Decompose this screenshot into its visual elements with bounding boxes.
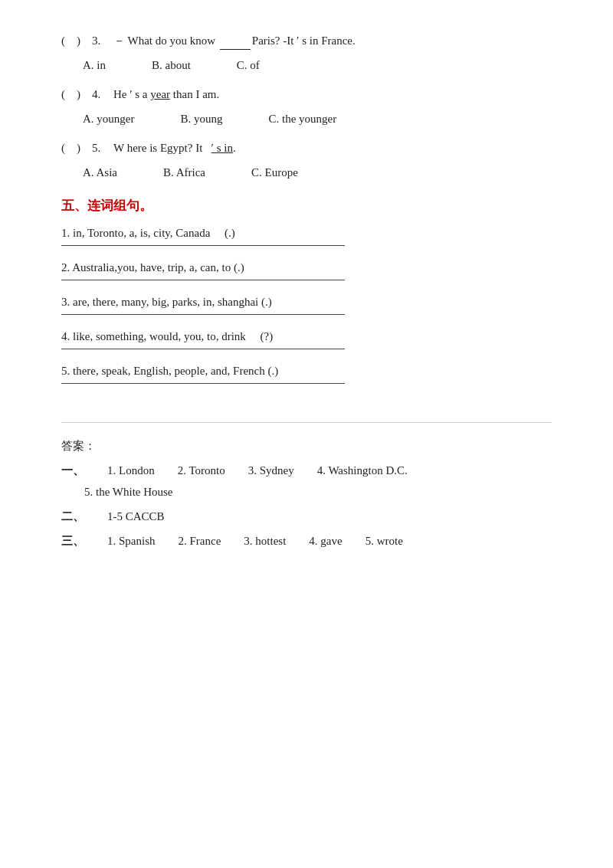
question-5: ( ) 5. W here is Egypt? It ′ s in. bbox=[61, 139, 552, 157]
q3-text: － What do you know Paris? -It ′ s in Fra… bbox=[113, 31, 552, 50]
answer-3-item3: 3. hottest bbox=[244, 532, 286, 550]
paren-close-4: ) bbox=[77, 85, 89, 103]
q3-option-a: A. in bbox=[83, 56, 106, 74]
paren-close-3: ) bbox=[77, 31, 89, 50]
q4-text: He ′ s a year than I am. bbox=[113, 85, 552, 103]
q4-options: A. younger B. young C. the younger bbox=[61, 110, 552, 128]
q4-year: year bbox=[150, 88, 170, 100]
reorder-num-3: 3. are, there, many, big, parks, in, sha… bbox=[61, 296, 272, 308]
answer-1-item1: 1. London bbox=[107, 461, 155, 480]
reorder-text-3: 3. are, there, many, big, parks, in, sha… bbox=[61, 293, 552, 311]
answer-1-item2: 2. Toronto bbox=[178, 461, 225, 480]
answer-section3: 三、 1. Spanish 2. France 3. hottest 4. ga… bbox=[61, 532, 552, 550]
answer-row-3: 三、 1. Spanish 2. France 3. hottest 4. ga… bbox=[61, 532, 552, 550]
answer-1-extra: 5. the White House bbox=[61, 483, 552, 501]
answer-3-item5: 5. wrote bbox=[366, 532, 403, 550]
q4-option-c: C. the younger bbox=[269, 110, 337, 128]
q5-blank: ′ s in bbox=[211, 142, 233, 154]
answer-2-text: 1-5 CACCB bbox=[107, 507, 165, 526]
q5-options: A. Asia B. Africa C. Europe bbox=[61, 163, 552, 182]
reorder-item-2: 2. Australia,you, have, trip, a, can, to… bbox=[61, 258, 552, 280]
reorder-item-5: 5. there, speak, English, people, and, F… bbox=[61, 362, 552, 384]
answer-3-item2: 2. France bbox=[179, 532, 221, 550]
answer-row-1: 一、 1. London 2. Toronto 3. Sydney 4. Was… bbox=[61, 461, 552, 480]
q3-options: A. in B. about C. of bbox=[61, 56, 552, 74]
reorder-num-5: 5. there, speak, English, people, and, F… bbox=[61, 365, 278, 377]
q5-num: 5. bbox=[92, 139, 110, 157]
q3-option-b: B. about bbox=[152, 56, 191, 74]
q5-option-a: A. Asia bbox=[83, 163, 117, 182]
reorder-item-1: 1. in, Toronto, a, is, city, Canada (.) bbox=[61, 224, 552, 246]
q5-option-c: C. Europe bbox=[251, 163, 298, 182]
paren-open-4: ( bbox=[61, 85, 74, 103]
reorder-item-3: 3. are, there, many, big, parks, in, sha… bbox=[61, 293, 552, 315]
answer-label-2: 二、 bbox=[61, 507, 84, 526]
question-4: ( ) 4. He ′ s a year than I am. bbox=[61, 85, 552, 103]
answer-row-2: 二、 1-5 CACCB bbox=[61, 507, 552, 526]
answer-section2: 二、 1-5 CACCB bbox=[61, 507, 552, 526]
reorder-num-4: 4. like, something, would, you, to, drin… bbox=[61, 330, 273, 342]
reorder-text-2: 2. Australia,you, have, trip, a, can, to… bbox=[61, 258, 552, 277]
reorder-num-1: 1. in, Toronto, a, is, city, Canada (.) bbox=[61, 227, 235, 239]
answer-line-2 bbox=[61, 280, 345, 280]
answers-title: 答案： bbox=[61, 440, 96, 452]
answer-line-1 bbox=[61, 245, 345, 246]
paren-open-3: ( bbox=[61, 31, 74, 50]
answer-1-item4: 4. Washington D.C. bbox=[317, 461, 408, 480]
answer-label-1: 一、 bbox=[61, 461, 84, 480]
answer-line-5 bbox=[61, 383, 345, 384]
paren-open-5: ( bbox=[61, 139, 74, 157]
answers-section: 答案： 一、 1. London 2. Toronto 3. Sydney 4.… bbox=[61, 422, 552, 550]
q3-blank bbox=[220, 31, 251, 50]
question-3: ( ) 3. － What do you know Paris? -It ′ s… bbox=[61, 31, 552, 50]
reorder-text-1: 1. in, Toronto, a, is, city, Canada (.) bbox=[61, 224, 552, 242]
answer-section1: 一、 1. London 2. Toronto 3. Sydney 4. Was… bbox=[61, 461, 552, 501]
answer-3-item4: 4. gave bbox=[309, 532, 342, 550]
reorder-text-4: 4. like, something, would, you, to, drin… bbox=[61, 327, 552, 346]
q5-option-b: B. Africa bbox=[163, 163, 205, 182]
q4-option-b: B. young bbox=[181, 110, 223, 128]
answer-1-item3: 3. Sydney bbox=[248, 461, 294, 480]
q5-text: W here is Egypt? It ′ s in. bbox=[113, 139, 552, 157]
q4-num: 4. bbox=[92, 85, 110, 103]
answer-line-4 bbox=[61, 349, 345, 349]
section5-title: 五、连词组句。 bbox=[61, 195, 552, 216]
answers-label: 答案： bbox=[61, 437, 552, 455]
answer-label-3: 三、 bbox=[61, 532, 84, 550]
q3-num: 3. bbox=[92, 31, 110, 50]
answer-line-3 bbox=[61, 314, 345, 315]
reorder-text-5: 5. there, speak, English, people, and, F… bbox=[61, 362, 552, 380]
q3-option-c: C. of bbox=[237, 56, 260, 74]
answer-3-item1: 1. Spanish bbox=[107, 532, 156, 550]
q4-option-a: A. younger bbox=[83, 110, 135, 128]
paren-close-5: ) bbox=[77, 139, 89, 157]
reorder-num-2: 2. Australia,you, have, trip, a, can, to… bbox=[61, 261, 244, 274]
reorder-item-4: 4. like, something, would, you, to, drin… bbox=[61, 327, 552, 349]
